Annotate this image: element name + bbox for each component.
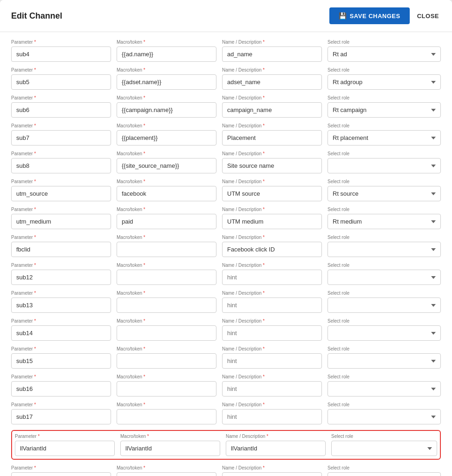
role-select[interactable]: Rt adRt adgroupRt campaignRt placementRt… (328, 102, 441, 118)
macro-input[interactable] (117, 381, 216, 397)
parameter-input[interactable] (15, 441, 115, 456)
parameter-input[interactable] (11, 381, 111, 397)
parameter-label: Parameter * (11, 207, 111, 212)
parameter-row: Parameter * Macro/token * Name / Descrip… (11, 318, 441, 341)
parameter-label: Parameter * (11, 235, 111, 240)
close-button-top[interactable]: CLOSE (415, 8, 441, 24)
macro-input[interactable] (117, 46, 216, 62)
macro-label: Macro/token * (117, 291, 216, 296)
name-desc-label: Name / Description * (222, 465, 322, 470)
role-label: Select role (328, 318, 441, 324)
role-field: Select role Rt adRt adgroupRt campaignRt… (328, 123, 441, 145)
parameter-input[interactable] (11, 130, 111, 145)
name-desc-input[interactable] (222, 158, 322, 173)
parameter-input[interactable] (11, 298, 111, 313)
name-desc-label: Name / Description * (222, 151, 322, 156)
name-desc-label: Name / Description * (222, 179, 322, 184)
role-select[interactable]: Rt adRt adgroupRt campaignRt placementRt… (328, 242, 441, 257)
name-desc-input[interactable] (222, 381, 322, 397)
name-desc-input[interactable] (222, 298, 322, 313)
name-desc-label: Name / Description * (222, 207, 322, 212)
role-field: Select role Rt adRt adgroupRt campaignRt… (328, 95, 441, 118)
role-select[interactable]: Rt adRt adgroupRt campaignRt placementRt… (328, 130, 441, 145)
parameter-input[interactable] (11, 242, 111, 257)
required-marker: * (263, 40, 265, 45)
macro-input[interactable] (117, 298, 216, 313)
role-label: Select role (328, 151, 441, 156)
name-desc-input[interactable] (222, 353, 322, 369)
parameter-row: Parameter * Macro/token * Name / Descrip… (11, 95, 441, 118)
parameter-field: Parameter * (11, 151, 111, 173)
parameter-field: Parameter * (11, 402, 111, 424)
name-desc-field: Name / Description * (226, 434, 326, 456)
macro-input[interactable] (117, 353, 216, 369)
macro-input[interactable] (117, 409, 216, 424)
parameter-field: Parameter * (11, 263, 111, 285)
parameter-input[interactable] (11, 325, 111, 341)
macro-input[interactable] (117, 130, 216, 145)
parameter-input[interactable] (11, 158, 111, 173)
required-marker: * (34, 374, 36, 379)
role-select[interactable]: Rt adRt adgroupRt campaignRt placementRt… (328, 353, 441, 369)
role-label: Select role (328, 465, 441, 470)
role-select[interactable]: Rt adRt adgroupRt campaignRt placementRt… (328, 270, 441, 285)
required-marker: * (34, 40, 36, 45)
parameter-label: Parameter * (11, 291, 111, 296)
role-select[interactable]: Rt adRt adgroupRt campaignRt placementRt… (328, 74, 441, 90)
parameter-field: Parameter * (11, 318, 111, 341)
name-desc-input[interactable] (222, 409, 322, 424)
name-desc-input[interactable] (222, 74, 322, 90)
name-desc-input[interactable] (222, 270, 322, 285)
macro-label: Macro/token * (117, 402, 216, 407)
macro-input[interactable] (117, 472, 216, 476)
role-select[interactable]: Rt adRt adgroupRt campaignRt placementRt… (328, 186, 441, 201)
role-select[interactable]: Rt adRt adgroupRt campaignRt placementRt… (328, 472, 441, 476)
parameter-label: Parameter * (11, 374, 111, 379)
name-desc-input[interactable] (222, 214, 322, 229)
macro-field: Macro/token * (117, 123, 216, 145)
name-desc-input[interactable] (222, 46, 322, 62)
role-select[interactable]: Rt adRt adgroupRt campaignRt placementRt… (328, 214, 441, 229)
role-select[interactable]: Rt adRt adgroupRt campaignRt placementRt… (328, 409, 441, 424)
parameter-input[interactable] (11, 102, 111, 118)
parameter-input[interactable] (11, 353, 111, 369)
role-select[interactable]: Rt adRt adgroupRt campaignRt placementRt… (328, 381, 441, 397)
macro-input[interactable] (117, 186, 216, 201)
role-select[interactable]: Rt adRt adgroupRt campaignRt placementRt… (328, 46, 441, 62)
role-select[interactable]: Rt adRt adgroupRt campaignRt placementRt… (328, 298, 441, 313)
name-desc-field: Name / Description * (222, 123, 322, 145)
role-field: Select role Rt adRt adgroupRt campaignRt… (328, 318, 441, 341)
macro-input[interactable] (117, 242, 216, 257)
role-select[interactable]: Rt adRt adgroupRt campaignRt placementRt… (328, 325, 441, 341)
role-select[interactable]: Rt adRt adgroupRt campaignRt placementRt… (331, 441, 437, 456)
name-desc-input[interactable] (222, 325, 322, 341)
parameter-input[interactable] (11, 214, 111, 229)
parameter-input[interactable] (11, 46, 111, 62)
required-marker: * (263, 207, 265, 212)
parameter-label: Parameter * (11, 123, 111, 128)
macro-input[interactable] (117, 74, 216, 90)
name-desc-input[interactable] (226, 441, 326, 456)
macro-input[interactable] (117, 270, 216, 285)
save-changes-button-top[interactable]: 💾 SAVE CHANGES (329, 7, 410, 24)
macro-input[interactable] (120, 441, 220, 456)
parameter-input[interactable] (11, 472, 111, 476)
name-desc-input[interactable] (222, 102, 322, 118)
parameter-input[interactable] (11, 186, 111, 201)
parameter-input[interactable] (11, 270, 111, 285)
name-desc-input[interactable] (222, 242, 322, 257)
parameter-input[interactable] (11, 409, 111, 424)
macro-input[interactable] (117, 325, 216, 341)
name-desc-label: Name / Description * (226, 434, 326, 439)
parameter-label: Parameter * (11, 465, 111, 470)
header-actions: 💾 SAVE CHANGES CLOSE (329, 7, 441, 24)
parameter-input[interactable] (11, 74, 111, 90)
parameter-field: Parameter * (11, 40, 111, 62)
macro-input[interactable] (117, 214, 216, 229)
role-select[interactable]: Rt adRt adgroupRt campaignRt placementRt… (328, 158, 441, 173)
name-desc-input[interactable] (222, 130, 322, 145)
name-desc-input[interactable] (222, 186, 322, 201)
name-desc-input[interactable] (222, 472, 322, 476)
macro-input[interactable] (117, 158, 216, 173)
macro-input[interactable] (117, 102, 216, 118)
